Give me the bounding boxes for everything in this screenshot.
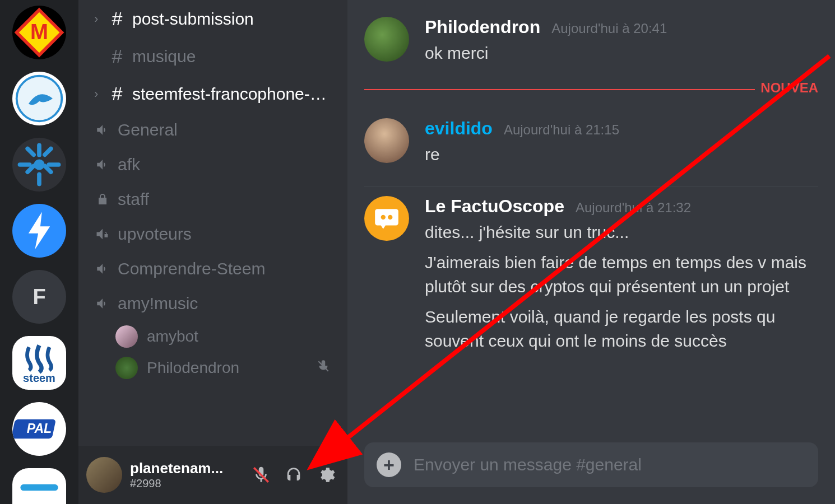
chevron-icon: › bbox=[94, 12, 102, 26]
channel-general-voice[interactable]: General bbox=[84, 113, 342, 147]
user-tag: #2998 bbox=[130, 477, 240, 490]
channel-label: musique bbox=[132, 47, 196, 66]
server-letter: F bbox=[33, 285, 45, 309]
speaker-lock-icon bbox=[94, 226, 111, 242]
lock-icon bbox=[94, 193, 111, 206]
channel-label: post-submission bbox=[132, 10, 254, 29]
mic-muted-icon bbox=[316, 359, 331, 377]
channel-label: amy!music bbox=[118, 294, 198, 313]
channel-sidebar: › # post-submission # musique › # steemf… bbox=[78, 0, 347, 504]
chevron-icon: › bbox=[94, 87, 102, 101]
server-list: M F steem PAL bbox=[0, 0, 78, 504]
channel-amymusic[interactable]: amy!music bbox=[84, 286, 342, 321]
svg-text:PAL: PAL bbox=[27, 421, 52, 436]
speaker-icon bbox=[94, 296, 111, 311]
hash-icon: # bbox=[109, 8, 126, 30]
settings-button[interactable] bbox=[313, 461, 340, 488]
avatar bbox=[115, 357, 138, 379]
avatar bbox=[115, 325, 138, 348]
svg-rect-14 bbox=[20, 484, 58, 491]
hash-icon: # bbox=[109, 45, 126, 67]
channel-musique[interactable]: # musique bbox=[84, 38, 342, 75]
user-avatar[interactable] bbox=[86, 457, 122, 493]
chat-area: Philodendron Aujourd'hui à 20:41 ok merc… bbox=[347, 0, 835, 504]
user-info: planetenam... #2998 bbox=[130, 460, 240, 490]
channel-label: steemfest-francophone-2... bbox=[132, 85, 332, 104]
message: Philodendron Aujourd'hui à 20:41 ok merc… bbox=[347, 11, 835, 82]
message-author[interactable]: Philodendron bbox=[425, 17, 540, 38]
channel-steemfest[interactable]: › # steemfest-francophone-2... bbox=[84, 75, 342, 113]
channel-list: › # post-submission # musique › # steemf… bbox=[78, 0, 347, 446]
speaker-icon bbox=[94, 157, 111, 172]
add-attachment-button[interactable]: + bbox=[377, 452, 401, 477]
voice-member-name: amybot bbox=[147, 328, 198, 346]
message: evildido Aujourd'hui à 21:15 re bbox=[347, 113, 835, 184]
server-icon-pal[interactable]: PAL bbox=[12, 402, 66, 456]
channel-label: staff bbox=[118, 190, 149, 209]
message-divider bbox=[364, 186, 818, 187]
message-author[interactable]: evildido bbox=[425, 118, 493, 139]
message-timestamp: Aujourd'hui à 21:32 bbox=[576, 200, 691, 216]
server-icon-f[interactable]: F bbox=[12, 270, 66, 324]
speaker-icon bbox=[94, 123, 111, 137]
channel-post-submission[interactable]: › # post-submission bbox=[84, 0, 342, 38]
message-timestamp: Aujourd'hui à 21:15 bbox=[504, 122, 619, 138]
voice-member-amybot[interactable]: amybot bbox=[84, 321, 342, 352]
server-icon-blank[interactable] bbox=[12, 468, 66, 504]
message: Le FactuOscope Aujourd'hui à 21:32 dites… bbox=[347, 190, 835, 370]
server-icon-m[interactable]: M bbox=[12, 6, 66, 59]
deafen-button[interactable] bbox=[280, 461, 307, 488]
svg-rect-8 bbox=[25, 146, 37, 158]
channel-label: upvoteurs bbox=[118, 225, 192, 244]
svg-rect-5 bbox=[37, 172, 41, 186]
channel-comprendre-steem[interactable]: Comprendre-Steem bbox=[84, 251, 342, 286]
svg-rect-6 bbox=[18, 162, 32, 167]
avatar[interactable] bbox=[364, 17, 409, 62]
svg-rect-4 bbox=[37, 143, 41, 157]
server-icon-bits[interactable] bbox=[12, 138, 66, 192]
message-input-area: + bbox=[347, 442, 835, 504]
message-content: re bbox=[425, 142, 818, 167]
mute-button[interactable] bbox=[248, 461, 275, 488]
channel-upvoteurs[interactable]: upvoteurs bbox=[84, 217, 342, 251]
svg-rect-7 bbox=[47, 162, 61, 167]
svg-rect-10 bbox=[41, 146, 54, 158]
channel-staff[interactable]: staff bbox=[84, 182, 342, 217]
new-messages-divider: NOUVEA bbox=[364, 89, 818, 106]
server-letter: steem bbox=[23, 372, 55, 385]
channel-label: Comprendre-Steem bbox=[118, 259, 265, 278]
message-text-field[interactable] bbox=[414, 455, 806, 474]
channel-label: afk bbox=[118, 155, 140, 174]
voice-member-name: Philodendron bbox=[147, 359, 239, 377]
hash-icon: # bbox=[109, 83, 126, 105]
message-input[interactable]: + bbox=[364, 442, 818, 487]
message-author[interactable]: Le FactuOscope bbox=[425, 196, 564, 217]
avatar[interactable] bbox=[364, 118, 409, 163]
svg-text:M: M bbox=[30, 20, 48, 44]
speaker-icon bbox=[94, 262, 111, 276]
message-content: ok merci bbox=[425, 41, 818, 66]
server-icon-dolphin[interactable] bbox=[12, 72, 66, 125]
user-display-name: planetenam... bbox=[130, 460, 240, 477]
svg-point-3 bbox=[34, 159, 44, 170]
message-content: dites... j'hésite sur un truc... J'aimer… bbox=[425, 220, 818, 353]
channel-label: General bbox=[118, 120, 178, 139]
channel-afk[interactable]: afk bbox=[84, 147, 342, 182]
divider-label: NOUVEA bbox=[755, 80, 818, 96]
avatar[interactable] bbox=[364, 196, 409, 241]
server-icon-bolt[interactable] bbox=[12, 204, 66, 258]
message-list: Philodendron Aujourd'hui à 20:41 ok merc… bbox=[347, 0, 835, 442]
user-panel: planetenam... #2998 bbox=[78, 446, 347, 504]
message-timestamp: Aujourd'hui à 20:41 bbox=[551, 21, 667, 36]
server-icon-steem[interactable]: steem bbox=[12, 336, 66, 390]
voice-member-philodendron[interactable]: Philodendron bbox=[84, 352, 342, 384]
